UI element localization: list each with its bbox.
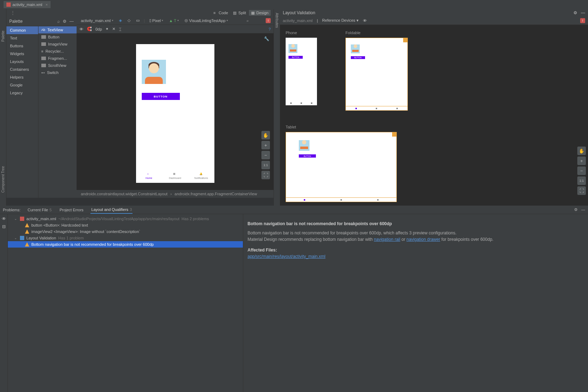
home-icon: ⌂ [147, 173, 151, 176]
crumb-constraint[interactable]: androidx.constraintlayout.widget.Constra… [81, 192, 167, 196]
tb-magnet-icon[interactable]: 🧲 [87, 27, 92, 31]
category-legacy[interactable]: Legacy [6, 89, 38, 97]
pan-icon[interactable]: ✋ [261, 131, 270, 139]
component-tree-toggle[interactable]: Component Tree [1, 166, 5, 193]
tb-app[interactable]: ◎ VisualLintingTestApp▾ [183, 17, 229, 23]
problems-tree: ⌄ activity_main.xml ~/AndroidStudioProje… [8, 214, 243, 392]
palette-toggle[interactable]: Palette [1, 31, 5, 42]
view-mode-bar: ⋮ ≡Code ▥Split ▦Design [6, 9, 274, 16]
gear-icon[interactable]: ⚙ [574, 207, 578, 212]
category-google[interactable]: Google [6, 81, 38, 89]
scroll-icon [41, 64, 46, 67]
tablet-preview[interactable]: BUTTON [286, 132, 397, 202]
bell-icon: 🔔 [199, 173, 203, 176]
tree-warning-2[interactable]: imageView2 <ImageView>: Image without `c… [8, 228, 243, 235]
zoom-out-btn[interactable]: − [261, 151, 270, 159]
design-surface[interactable]: 🔧 BUTTON ⌂Home ▦Dashboard 🔔Notifications [77, 33, 274, 190]
tab-current-file[interactable]: Current File5 [27, 206, 53, 213]
tree-warning-1[interactable]: button <Button>: Hardcoded text [8, 222, 243, 228]
val-file: activity_main.xml [283, 18, 313, 23]
tab-layout-qualifiers[interactable]: Layout and Qualifiers3 [90, 206, 132, 214]
comp-switch[interactable]: ⊷Switch [38, 69, 77, 76]
tab-project-errors[interactable]: Project Errors [59, 206, 84, 213]
link-nav-rail[interactable]: navigation rail [374, 237, 400, 242]
minimize-icon[interactable]: — [581, 10, 585, 15]
tablet-label: Tablet [286, 125, 582, 129]
comp-scrollview[interactable]: ScrollView [38, 62, 77, 69]
warning-badge-icon[interactable]: ! [266, 18, 271, 23]
file-tab[interactable]: activity_main.xml × [4, 1, 51, 8]
split-view-btn[interactable]: ▥Split [231, 10, 248, 16]
val-devices-dd[interactable]: Reference Devices ▾ [322, 18, 359, 23]
phone-preview-mini[interactable]: BUTTON [286, 38, 317, 105]
tree-file-node[interactable]: ⌄ activity_main.xml ~/AndroidStudioProje… [8, 216, 243, 222]
comp-imageview[interactable]: ImageView [38, 41, 77, 48]
problems-tabs: Problems: Current File5 Project Errors L… [0, 206, 588, 214]
design-view-btn[interactable]: ▦Design [249, 10, 271, 16]
code-view-btn[interactable]: ≡Code [211, 10, 230, 16]
fullscreen-icon[interactable]: ⛶ [261, 171, 270, 179]
link-nav-drawer[interactable]: navigation drawer [406, 237, 440, 242]
tree-layout-validation[interactable]: ⌄ Layout Validation Has 1 problem [8, 235, 243, 241]
pan-icon[interactable]: ✋ [577, 147, 586, 155]
category-layouts[interactable]: Layouts [6, 58, 38, 65]
category-text[interactable]: Text [6, 34, 38, 42]
tb-blueprint-icon[interactable]: ◇ [126, 17, 132, 23]
close-icon[interactable]: × [46, 2, 48, 7]
avatar-image [142, 60, 166, 84]
val-warning-icon[interactable]: ! [580, 18, 585, 23]
category-buttons[interactable]: Buttons [6, 42, 38, 50]
zoom-in-btn[interactable]: + [577, 157, 586, 165]
palette-components: AbTextView Button ImageView ≡Recycler...… [38, 26, 77, 198]
tree-warning-3[interactable]: Bottom navigation bar is not recommended… [8, 241, 243, 248]
xml-file-icon [20, 217, 24, 221]
phone-label: Phone [286, 31, 317, 35]
tb-orientation-icon[interactable]: ▭ [135, 17, 141, 23]
tb-device[interactable]: ▯ Pixel▾ [148, 17, 165, 23]
val-eye-icon[interactable]: 👁 [363, 18, 367, 23]
zoom-11-btn[interactable]: 1:1 [261, 161, 270, 169]
foldable-preview[interactable]: BUTTON [345, 38, 408, 111]
validation-title: Layout Validation [283, 10, 315, 15]
wrench-icon[interactable]: 🔧 [264, 36, 269, 41]
fragment-icon [41, 57, 46, 60]
minimize-icon[interactable]: — [69, 19, 74, 24]
comp-recycler[interactable]: ≡Recycler... [38, 48, 77, 55]
zoom-in-btn[interactable]: + [261, 141, 270, 149]
tb-surface-icon[interactable]: ◈ [118, 17, 123, 23]
tb-clear-icon[interactable]: ✕ [112, 27, 115, 31]
editor-tabs: activity_main.xml × [0, 0, 588, 9]
foldable-label: Foldable [345, 31, 408, 35]
comp-textview[interactable]: AbTextView [38, 26, 77, 33]
search-icon[interactable]: ⌕ [57, 19, 60, 24]
tb-guideline-icon[interactable]: ⌶ [119, 27, 121, 31]
zoom-out-btn[interactable]: − [577, 166, 586, 175]
comp-fragment[interactable]: Fragmen... [38, 55, 77, 62]
category-containers[interactable]: Containers [6, 65, 38, 73]
tb-wand-icon[interactable]: ✦ [105, 27, 109, 31]
category-common[interactable]: Common [6, 26, 38, 34]
tb-dp[interactable]: 0dp [95, 27, 102, 31]
minimize-icon[interactable]: — [581, 207, 585, 212]
warning-icon [25, 242, 29, 247]
category-widgets[interactable]: Widgets [6, 50, 38, 58]
left-gutter: Palette Component Tree [0, 9, 6, 206]
gear-icon[interactable]: ⚙ [63, 19, 67, 24]
category-helpers[interactable]: Helpers [6, 73, 38, 81]
problem-detail: Bottom navigation bar is not recommended… [243, 214, 588, 392]
comp-button[interactable]: Button [38, 33, 77, 41]
attributes-toggle[interactable]: Attributes [275, 13, 279, 206]
fullscreen-icon[interactable]: ⛶ [577, 186, 586, 195]
tb-theme[interactable]: ▲ T▾ [167, 18, 180, 23]
gear-icon[interactable]: ⚙ [573, 10, 577, 15]
crumb-fragment[interactable]: androidx.fragment.app.FragmentContainerV… [175, 192, 257, 196]
zoom-11-btn[interactable]: 1:1 [577, 176, 586, 185]
eye-icon[interactable]: 👁 [2, 216, 6, 221]
tb-eye-icon[interactable]: 👁 [79, 27, 83, 31]
more-icon[interactable]: ⋮ [11, 10, 15, 15]
help-icon[interactable]: ? [269, 27, 271, 31]
phone-preview[interactable]: BUTTON ⌂Home ▦Dashboard 🔔Notifications [136, 44, 214, 183]
collapse-icon[interactable]: ⊟ [2, 224, 6, 229]
affected-file-link[interactable]: app/src/main/res/layout/activity_main.xm… [248, 254, 326, 259]
tb-file[interactable]: activity_main.xml▾ [79, 18, 115, 23]
